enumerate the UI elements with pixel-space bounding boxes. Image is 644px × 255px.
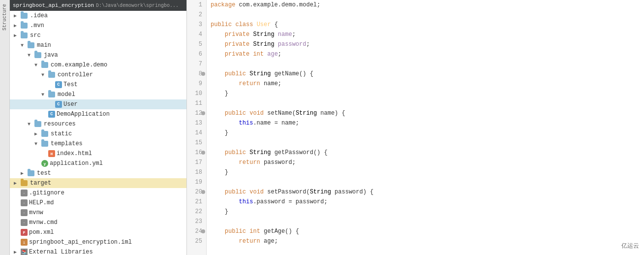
code-token xyxy=(211,80,239,87)
code-token xyxy=(211,41,225,48)
tree-item-springboot_api_encryption.iml[interactable]: ispringboot_api_encryption.iml xyxy=(10,237,186,247)
folder-icon xyxy=(28,42,35,49)
tree-item-label: External Libraries xyxy=(29,249,93,255)
code-token: ; xyxy=(278,51,281,58)
code-line: private String password; xyxy=(211,39,640,49)
code-token: public xyxy=(225,70,249,77)
code-line: } xyxy=(211,167,640,177)
project-name: springboot_api_encryption xyxy=(13,2,94,8)
code-token: private xyxy=(225,31,253,38)
code-token xyxy=(211,120,239,127)
tree-item-label: mvnw.cmd xyxy=(29,219,58,226)
tree-item-templates[interactable]: ▼templates xyxy=(10,139,186,149)
code-line xyxy=(211,10,640,20)
code-line: public String getPassword() { xyxy=(211,148,640,158)
line-number: 2 xyxy=(187,10,206,20)
code-token: ( xyxy=(292,110,296,117)
code-token: int xyxy=(249,228,264,235)
line-number: 5 xyxy=(187,39,206,49)
code-token xyxy=(211,149,225,156)
code-token: String xyxy=(249,149,271,156)
tree-item-pom.xml[interactable]: Ppom.xml xyxy=(10,227,186,237)
tree-item-model[interactable]: ▼model xyxy=(10,90,186,99)
line-number: 4 xyxy=(187,30,206,39)
code-token: ( xyxy=(306,189,309,195)
code-line: public void setName(String name) { xyxy=(211,108,640,118)
code-token: name xyxy=(278,31,292,38)
code-token: public xyxy=(225,149,249,156)
tree-item-.gitignore[interactable]: ·.gitignore xyxy=(10,188,186,198)
line-number: 20 xyxy=(187,187,206,197)
code-token xyxy=(211,238,239,245)
tree-item-label: main xyxy=(37,42,51,49)
line-number: 19 xyxy=(187,177,206,187)
tree-item-demoapplication[interactable]: CDemoApplication xyxy=(10,109,186,119)
code-token: () { xyxy=(299,70,313,77)
code-token: return xyxy=(239,80,264,87)
code-line: public String getName() { xyxy=(211,69,640,79)
tree-item-com.example.demo[interactable]: ▼com.example.demo xyxy=(10,60,186,70)
line-number: 11 xyxy=(187,98,206,108)
code-token xyxy=(211,70,225,77)
tree-item-java[interactable]: ▼java xyxy=(10,50,186,60)
code-token: ; xyxy=(292,159,296,166)
code-line xyxy=(211,98,640,108)
line-number: 1 xyxy=(187,0,206,10)
tree-item-application.yml[interactable]: yapplication.yml xyxy=(10,159,186,168)
code-token: ; xyxy=(278,80,281,87)
tree-item-main[interactable]: ▼main xyxy=(10,40,186,50)
tree-item-index.html[interactable]: Hindex.html xyxy=(10,149,186,159)
tree-item-user[interactable]: CUser xyxy=(10,99,186,109)
watermark: 亿运云 xyxy=(621,242,639,250)
code-line: return password; xyxy=(211,158,640,167)
line-number: 8 xyxy=(187,69,206,79)
line-number: 23 xyxy=(187,217,206,226)
tree-item-external-libraries[interactable]: ▶📚External Libraries xyxy=(10,247,186,255)
code-token: this xyxy=(239,120,253,127)
code-line: public int getAge() { xyxy=(211,226,640,236)
tree-item-target[interactable]: ▶target xyxy=(10,178,186,188)
tree-item-label: Test xyxy=(63,81,78,88)
code-token: password) { xyxy=(331,189,373,195)
structure-tab-label[interactable]: Structure xyxy=(1,0,8,34)
code-token: String xyxy=(296,110,317,117)
code-token xyxy=(211,228,225,235)
tree-item-controller[interactable]: ▼controller xyxy=(10,70,186,80)
line-number: 14 xyxy=(187,128,206,138)
tree-item-resources[interactable]: ▼resources xyxy=(10,119,186,129)
tree-item-label: target xyxy=(30,180,51,187)
tree-item-src[interactable]: ▶src xyxy=(10,31,186,40)
tree-arrow: ▼ xyxy=(28,53,34,58)
code-token: getAge xyxy=(264,228,285,235)
code-editor: 1234567891011121314151617181920212223242… xyxy=(187,0,644,255)
tree-item-static[interactable]: ▶static xyxy=(10,129,186,139)
code-token: .name = name; xyxy=(253,120,299,127)
tree-item-help.md[interactable]: ·HELP.md xyxy=(10,198,186,208)
tree-arrow: ▶ xyxy=(34,131,41,137)
code-token: public xyxy=(225,110,249,117)
tree-item-mvnw[interactable]: ·mvnw xyxy=(10,208,186,218)
tree-item-test[interactable]: CTest xyxy=(10,80,186,90)
tree-item-mvnw.cmd[interactable]: ·mvnw.cmd xyxy=(10,218,186,227)
line-number: 22 xyxy=(187,207,206,217)
folder-icon xyxy=(21,13,29,19)
structure-panel-tab[interactable]: Structure xyxy=(0,0,10,255)
code-token: package xyxy=(211,1,239,8)
tree-item-.mvn[interactable]: ▶.mvn xyxy=(10,21,186,31)
code-token: String xyxy=(253,41,274,48)
tree-item-test[interactable]: ▶test xyxy=(10,168,186,178)
line-number: 15 xyxy=(187,138,206,148)
yml-icon: y xyxy=(41,160,48,167)
line-number: 12 xyxy=(187,108,206,118)
line-number: 16 xyxy=(187,148,206,158)
pom-icon: P xyxy=(21,229,28,236)
tree-item-label: controller xyxy=(58,71,93,78)
line-numbers: 1234567891011121314151617181920212223242… xyxy=(187,0,207,255)
tree-item-.idea[interactable]: ▶.idea xyxy=(10,11,186,21)
line-number: 3 xyxy=(187,20,206,30)
tree-item-label: springboot_api_encryption.iml xyxy=(29,239,132,246)
code-line: this.name = name; xyxy=(211,118,640,128)
tree-arrow: ▶ xyxy=(14,13,21,19)
code-line xyxy=(211,177,640,187)
file-tree: ▶.idea▶.mvn▶src▼main▼java▼com.example.de… xyxy=(10,11,186,255)
